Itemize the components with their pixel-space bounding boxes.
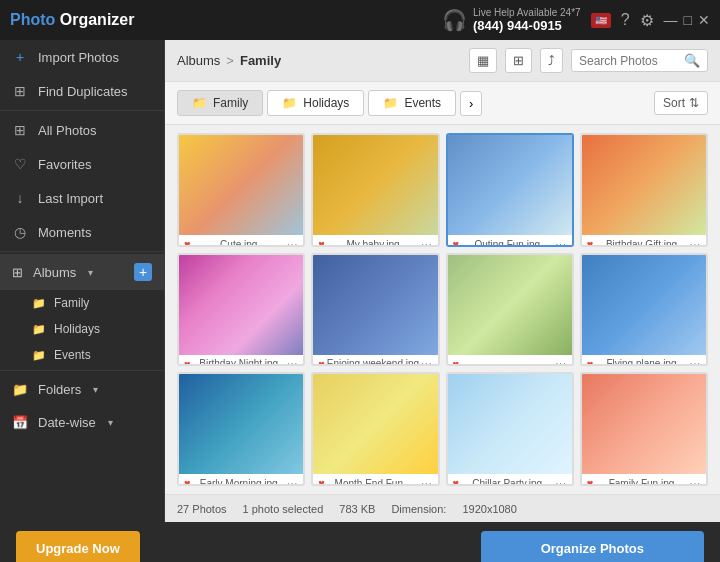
question-icon[interactable]: ? (621, 11, 630, 29)
photo-item-7[interactable]: ♥ ··· (446, 253, 574, 367)
tabs-next-button[interactable]: › (460, 91, 482, 116)
photo-options-6[interactable]: ··· (421, 358, 432, 366)
sort-button[interactable]: Sort ⇅ (654, 91, 708, 115)
sidebar-sub-item-holidays[interactable]: 📁 Holidays (20, 316, 164, 342)
photo-options-7[interactable]: ··· (555, 358, 566, 366)
close-button[interactable]: ✕ (698, 12, 710, 28)
main-layout: + Import Photos ⊞ Find Duplicates ⊞ All … (0, 40, 720, 522)
favorite-icon-3[interactable]: ♥ (453, 238, 460, 247)
help-section: 🎧 Live Help Available 24*7 (844) 944-091… (442, 7, 581, 33)
sidebar-item-import-photos[interactable]: + Import Photos (0, 40, 164, 74)
sidebar-section-folders[interactable]: 📁 Folders ▾ (0, 373, 164, 406)
albums-sub-items: 📁 Family 📁 Holidays 📁 Events (0, 290, 164, 368)
photo-item-11[interactable]: ♥ Chillar Party.jpg ··· (446, 372, 574, 486)
album-tab-events[interactable]: 📁 Events (368, 90, 456, 116)
photo-options-10[interactable]: ··· (421, 478, 432, 486)
import-photos-icon: + (12, 49, 28, 65)
sidebar-item-all-photos[interactable]: ⊞ All Photos (0, 113, 164, 147)
favorite-icon-5[interactable]: ♥ (184, 358, 191, 367)
photo-item-3[interactable]: ♥ Outing Fun.jpg ··· OPTIONS 🔍 Preview 📄… (446, 133, 574, 247)
photo-item-6[interactable]: ♥ Enjoing weekend.jpg ··· (311, 253, 439, 367)
photo-options-5[interactable]: ··· (287, 358, 298, 366)
photo-options-8[interactable]: ··· (690, 358, 701, 366)
photo-item-5[interactable]: ♥ Birthday Night.jpg ··· (177, 253, 305, 367)
photo-thumbnail-5 (179, 255, 303, 355)
photo-thumbnail-9 (179, 374, 303, 474)
settings-icon[interactable]: ⚙ (640, 11, 654, 30)
organize-photos-button[interactable]: Organize Photos (481, 531, 704, 563)
sidebar-label-import-photos: Import Photos (38, 50, 119, 65)
sidebar-sub-item-family[interactable]: 📁 Family (20, 290, 164, 316)
favorite-icon-9[interactable]: ♥ (184, 477, 191, 486)
photo-footer-9: ♥ Early Morning.jpg ··· (179, 474, 303, 486)
photo-thumbnail-8 (582, 255, 706, 355)
sidebar-label-favorites: Favorites (38, 157, 91, 172)
calendar-view-button[interactable]: ▦ (469, 48, 497, 73)
sidebar-divider-3 (0, 370, 164, 371)
photo-item-2[interactable]: ♥ My baby.jpg ··· (311, 133, 439, 247)
grid-view-button[interactable]: ⊞ (505, 48, 532, 73)
share-button[interactable]: ⤴ (540, 48, 563, 73)
logo-organizer: Organizer (55, 11, 134, 28)
album-tab-family[interactable]: 📁 Family (177, 90, 263, 116)
favorite-icon-8[interactable]: ♥ (587, 358, 594, 367)
album-tab-holidays[interactable]: 📁 Holidays (267, 90, 364, 116)
photo-name-10: Month End Fun... (335, 478, 412, 486)
photo-item-4[interactable]: ♥ Birthday Gift.jpg ··· (580, 133, 708, 247)
photo-options-9[interactable]: ··· (287, 478, 298, 486)
photo-item-10[interactable]: ♥ Month End Fun... ··· (311, 372, 439, 486)
breadcrumb-current: Family (240, 53, 281, 68)
add-album-button[interactable]: + (134, 263, 152, 281)
photo-options-11[interactable]: ··· (555, 478, 566, 486)
photo-options-4[interactable]: ··· (690, 239, 701, 247)
sidebar-item-moments[interactable]: ◷ Moments (0, 215, 164, 249)
upgrade-now-button[interactable]: Upgrade Now (16, 531, 140, 563)
photo-item-12[interactable]: ♥ Family Fun.jpg ··· (580, 372, 708, 486)
photo-footer-10: ♥ Month End Fun... ··· (313, 474, 437, 486)
sidebar-section-albums[interactable]: ⊞ Albums ▾ + (0, 254, 164, 290)
photo-thumbnail-12 (582, 374, 706, 474)
photo-item-8[interactable]: ♥ Flying plane.jpg ··· (580, 253, 708, 367)
breadcrumb: Albums > Family (177, 53, 281, 68)
sort-arrow-icon: ⇅ (689, 96, 699, 110)
photo-item-1[interactable]: ♥ Cute.jpg ··· (177, 133, 305, 247)
photo-options-12[interactable]: ··· (690, 478, 701, 486)
favorite-icon-4[interactable]: ♥ (587, 238, 594, 247)
favorite-icon-6[interactable]: ♥ (318, 358, 325, 367)
maximize-button[interactable]: □ (684, 12, 692, 28)
sidebar-section-datewise[interactable]: 📅 Date-wise ▾ (0, 406, 164, 439)
breadcrumb-parent[interactable]: Albums (177, 53, 220, 68)
sidebar-item-last-import[interactable]: ↓ Last Import (0, 181, 164, 215)
search-box: 🔍 (571, 49, 708, 72)
photo-options-2[interactable]: ··· (421, 239, 432, 247)
sidebar-sub-item-events[interactable]: 📁 Events (20, 342, 164, 368)
photo-name-5: Birthday Night.jpg (199, 358, 278, 366)
datewise-icon: 📅 (12, 415, 28, 430)
minimize-button[interactable]: — (664, 12, 678, 28)
photo-thumbnail-7 (448, 255, 572, 355)
favorite-icon-1[interactable]: ♥ (184, 238, 191, 247)
datewise-label: Date-wise (38, 415, 96, 430)
photo-item-9[interactable]: ♥ Early Morning.jpg ··· (177, 372, 305, 486)
sidebar: + Import Photos ⊞ Find Duplicates ⊞ All … (0, 40, 165, 522)
title-bar-right: 🎧 Live Help Available 24*7 (844) 944-091… (442, 7, 710, 33)
content-area: Albums > Family ▦ ⊞ ⤴ 🔍 📁 Family 📁 (165, 40, 720, 522)
photo-options-1[interactable]: ··· (287, 239, 298, 247)
favorite-icon-10[interactable]: ♥ (318, 477, 325, 486)
favorite-icon-7[interactable]: ♥ (453, 358, 460, 367)
last-import-icon: ↓ (12, 190, 28, 206)
sidebar-item-find-duplicates[interactable]: ⊞ Find Duplicates (0, 74, 164, 108)
search-input[interactable] (579, 54, 679, 68)
photo-options-3[interactable]: ··· (555, 239, 566, 247)
help-availability: Live Help Available 24*7 (473, 7, 581, 18)
flag-icon[interactable]: 🇺🇸 (591, 13, 611, 28)
search-icon: 🔍 (684, 53, 700, 68)
dimension-label: Dimension: (391, 503, 446, 515)
favorite-icon-2[interactable]: ♥ (318, 238, 325, 247)
photo-name-6: Enjoing weekend.jpg (327, 358, 419, 366)
favorite-icon-11[interactable]: ♥ (453, 477, 460, 486)
sidebar-item-favorites[interactable]: ♡ Favorites (0, 147, 164, 181)
favorite-icon-12[interactable]: ♥ (587, 477, 594, 486)
support-phone: (844) 944-0915 (473, 18, 581, 33)
family-tab-icon: 📁 (192, 96, 207, 110)
